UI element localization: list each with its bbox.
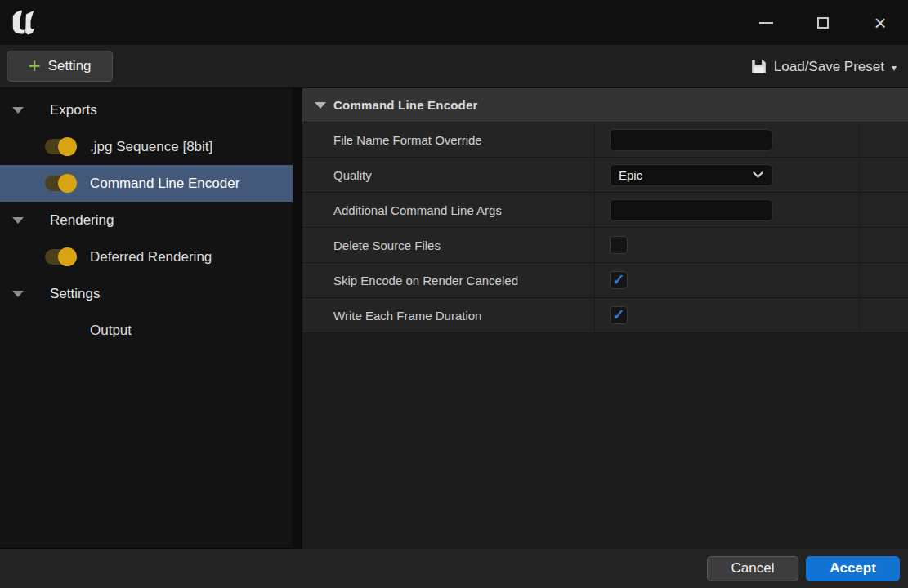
add-setting-label: Setting	[48, 58, 92, 74]
expand-arrow-icon[interactable]	[12, 217, 24, 224]
property-value-cell	[595, 122, 860, 157]
property-label-cell: Write Each Frame Duration	[302, 298, 595, 332]
property-label: Quality	[333, 168, 372, 182]
section-title: Command Line Encoder	[333, 98, 478, 112]
section-header[interactable]: Command Line Encoder	[302, 88, 908, 122]
sidebar-category-rendering[interactable]: Rendering	[0, 202, 293, 238]
unreal-engine-logo-icon	[10, 7, 41, 39]
file-name-format-override-input[interactable]	[610, 129, 772, 151]
minimize-button[interactable]	[749, 7, 782, 39]
title-bar: ×	[0, 0, 908, 45]
property-label: Skip Encode on Render Canceled	[333, 274, 518, 287]
skip-encode-on-render-canceled-checkbox[interactable]: ✓	[610, 271, 628, 289]
jpg-sequence-toggle[interactable]	[45, 139, 75, 154]
deferred-rendering-toggle[interactable]	[45, 249, 75, 265]
property-row: Write Each Frame Duration ✓	[302, 298, 908, 333]
property-label-cell: Additional Command Line Args	[302, 193, 595, 227]
plus-icon: +	[28, 55, 40, 76]
sidebar-item-command-line-encoder[interactable]: Command Line Encoder	[0, 165, 293, 202]
section-expand-arrow-icon[interactable]	[315, 102, 326, 109]
property-label: Additional Command Line Args	[333, 203, 502, 217]
property-value-cell	[595, 193, 860, 227]
property-row: Delete Source Files	[302, 228, 908, 263]
property-label-cell: Delete Source Files	[302, 228, 595, 262]
quality-dropdown-value: Epic	[619, 168, 642, 182]
property-label-cell: Skip Encode on Render Canceled	[302, 263, 595, 297]
toggle-knob	[58, 247, 77, 266]
row-spacer	[860, 228, 908, 262]
category-label: Settings	[50, 286, 100, 302]
property-row: Skip Encode on Render Canceled ✓	[302, 263, 908, 298]
dialog-footer: Cancel Accept	[0, 549, 908, 588]
property-row: File Name Format Override	[302, 122, 908, 158]
sidebar-category-exports[interactable]: Exports	[0, 91, 293, 128]
sidebar-category-settings[interactable]: Settings	[0, 275, 293, 312]
load-save-preset-label: Load/Save Preset	[774, 59, 884, 75]
toolbar: + Setting Load/Save Preset ▾	[0, 45, 908, 88]
row-spacer	[860, 298, 908, 332]
content-area: Exports .jpg Sequence [8bit] Command Lin…	[0, 88, 908, 549]
cancel-button[interactable]: Cancel	[707, 556, 798, 581]
category-label: Exports	[50, 102, 97, 118]
details-panel: Command Line Encoder File Name Format Ov…	[302, 88, 908, 549]
sidebar-item-jpg-sequence[interactable]: .jpg Sequence [8bit]	[0, 128, 293, 165]
property-value-cell	[595, 228, 860, 262]
expand-arrow-icon[interactable]	[12, 291, 24, 297]
sidebar-item-label: .jpg Sequence [8bit]	[90, 139, 212, 155]
property-label: Delete Source Files	[333, 238, 441, 252]
close-icon: ×	[874, 12, 886, 33]
toggle-knob	[58, 137, 77, 156]
settings-window: × + Setting Load/Save Preset ▾ Exports	[0, 0, 908, 588]
add-setting-button[interactable]: + Setting	[7, 51, 113, 82]
property-label-cell: Quality	[302, 158, 595, 192]
row-spacer	[860, 193, 908, 227]
window-controls: ×	[749, 0, 897, 45]
accept-button[interactable]: Accept	[806, 556, 900, 581]
minimize-icon	[759, 22, 773, 24]
settings-tree-sidebar: Exports .jpg Sequence [8bit] Command Lin…	[0, 88, 293, 549]
property-label: Write Each Frame Duration	[333, 309, 481, 323]
close-button[interactable]: ×	[864, 7, 897, 39]
toggle-knob	[58, 174, 77, 193]
maximize-button[interactable]	[807, 7, 839, 39]
quality-dropdown[interactable]: Epic	[610, 164, 772, 186]
property-value-cell: ✓	[595, 298, 860, 332]
maximize-icon	[817, 17, 829, 29]
preset-dropdown-arrow-icon: ▾	[892, 62, 897, 74]
property-value-cell: Epic	[595, 158, 860, 192]
property-label-cell: File Name Format Override	[302, 122, 595, 157]
panel-divider	[293, 88, 302, 549]
check-icon: ✓	[612, 272, 625, 287]
category-label: Rendering	[50, 212, 114, 229]
property-row: Quality Epic	[302, 158, 908, 193]
chevron-down-icon	[753, 172, 763, 179]
property-label: File Name Format Override	[333, 133, 482, 147]
write-each-frame-duration-checkbox[interactable]: ✓	[610, 306, 628, 324]
row-spacer	[860, 263, 908, 297]
sidebar-item-label: Deferred Rendering	[90, 249, 212, 265]
sidebar-item-output[interactable]: Output	[0, 312, 293, 349]
additional-command-line-args-input[interactable]	[610, 199, 772, 221]
property-value-cell: ✓	[595, 263, 860, 297]
expand-arrow-icon[interactable]	[12, 107, 24, 114]
row-spacer	[860, 122, 908, 157]
command-line-encoder-toggle[interactable]	[45, 176, 75, 191]
row-spacer	[860, 158, 908, 192]
property-row: Additional Command Line Args	[302, 193, 908, 228]
save-icon	[751, 59, 767, 74]
sidebar-item-label: Command Line Encoder	[90, 176, 239, 192]
sidebar-item-label: Output	[90, 323, 132, 339]
check-icon: ✓	[612, 307, 625, 323]
delete-source-files-checkbox[interactable]	[610, 236, 628, 254]
sidebar-item-deferred-rendering[interactable]: Deferred Rendering	[0, 238, 293, 275]
load-save-preset-button[interactable]: Load/Save Preset ▾	[751, 45, 897, 88]
